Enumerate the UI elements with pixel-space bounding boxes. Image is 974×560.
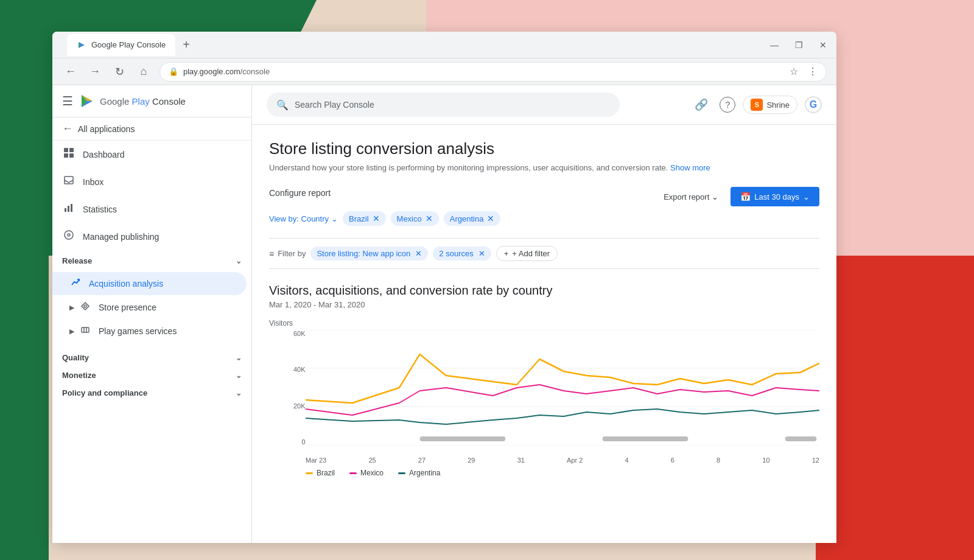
view-by-chevron-icon: ⌄ — [331, 214, 338, 223]
back-arrow-icon: ← — [62, 122, 73, 135]
new-tab-button[interactable]: + — [178, 37, 195, 54]
export-report-button[interactable]: Export report ⌄ — [659, 189, 723, 205]
sidebar-header: ☰ Google Play Console — [52, 85, 251, 117]
more-icon[interactable]: ⋮ — [808, 66, 818, 77]
show-more-link[interactable]: Show more — [670, 163, 710, 172]
add-filter-button[interactable]: + + Add filter — [496, 246, 558, 261]
search-placeholder: Search Play Console — [295, 100, 374, 110]
statistics-label: Statistics — [83, 205, 117, 214]
store-presence-icon — [79, 301, 91, 313]
link-button[interactable]: 🔗 — [690, 94, 712, 116]
back-to-all-apps-button[interactable]: ← All applications — [52, 117, 251, 141]
svg-rect-5 — [64, 148, 68, 152]
shrine-icon: S — [751, 99, 763, 111]
managed-publishing-label: Managed publishing — [83, 232, 159, 242]
monetize-label: Monetize — [62, 371, 96, 380]
store-listing-remove-icon[interactable]: ✕ — [415, 249, 422, 258]
back-nav-button[interactable]: ← — [62, 63, 79, 80]
x-tick-27: 27 — [418, 457, 426, 464]
managed-publishing-icon — [62, 229, 75, 243]
visitors-label: Visitors — [269, 319, 293, 327]
sources-remove-icon[interactable]: ✕ — [478, 249, 485, 258]
page-subtitle: Understand how your store listing is per… — [269, 163, 819, 172]
svg-rect-26 — [785, 436, 817, 441]
x-tick-12: 12 — [812, 457, 819, 464]
search-box[interactable]: 🔍 Search Play Console — [267, 93, 620, 117]
hamburger-icon[interactable]: ☰ — [62, 94, 73, 108]
home-button[interactable]: ⌂ — [135, 63, 152, 80]
argentina-chip[interactable]: Argentina ✕ — [444, 211, 501, 226]
mexico-chip[interactable]: Mexico ✕ — [391, 211, 439, 226]
maximize-button[interactable]: ❐ — [793, 39, 805, 51]
svg-rect-8 — [69, 153, 74, 158]
sidebar-item-dashboard[interactable]: Dashboard — [52, 141, 247, 167]
google-account-button[interactable]: G — [805, 96, 822, 113]
brazil-label: Brazil — [349, 214, 369, 223]
address-text: play.google.com/console — [183, 67, 270, 76]
reload-button[interactable]: ↻ — [111, 63, 128, 80]
bg-red-right — [816, 256, 974, 560]
configure-actions: Configure report Export report ⌄ 📅 Last … — [269, 187, 819, 206]
sources-filter-chip[interactable]: 2 sources ✕ — [433, 247, 491, 261]
brazil-remove-icon[interactable]: ✕ — [373, 214, 380, 223]
play-games-label: Play games services — [99, 326, 177, 336]
shrine-badge[interactable]: S Shrine — [743, 96, 797, 114]
browser-tab[interactable]: Google Play Console — [67, 34, 175, 56]
sidebar-item-statistics[interactable]: Statistics — [52, 196, 247, 222]
store-listing-filter-chip[interactable]: Store listing: New app icon ✕ — [310, 247, 428, 261]
release-expand-icon: ⌄ — [236, 257, 242, 265]
x-tick-25: 25 — [368, 457, 376, 464]
policy-section-header[interactable]: Policy and compliance ⌄ — [52, 382, 251, 400]
quality-label: Quality — [62, 353, 89, 362]
mexico-label: Mexico — [397, 214, 422, 223]
sidebar-item-acquisition-analysis[interactable]: Acquisition analysis — [52, 272, 247, 295]
monetize-section-header[interactable]: Monetize ⌄ — [52, 365, 251, 382]
svg-rect-12 — [71, 204, 72, 212]
legend-argentina: Argentina — [398, 469, 440, 477]
view-by-button[interactable]: View by: Country ⌄ — [269, 214, 338, 223]
sidebar-item-inbox[interactable]: Inbox — [52, 169, 247, 195]
chart-svg — [306, 330, 819, 446]
tab-favicon — [77, 40, 86, 50]
mexico-remove-icon[interactable]: ✕ — [426, 214, 433, 223]
close-button[interactable]: ✕ — [817, 39, 829, 51]
acquisition-analysis-label: Acquisition analysis — [89, 279, 163, 289]
mexico-legend-label: Mexico — [360, 469, 384, 477]
sidebar-item-managed-publishing[interactable]: Managed publishing — [52, 223, 247, 250]
date-chevron-icon: ⌄ — [803, 192, 810, 201]
minimize-button[interactable]: — — [768, 39, 780, 51]
app-layout: ☰ Google Play Console ← All applications — [52, 85, 836, 543]
svg-rect-10 — [65, 208, 66, 212]
x-tick-31: 31 — [517, 457, 525, 464]
window-controls: — ❐ ✕ — [768, 39, 829, 51]
x-tick-mar23: Mar 23 — [306, 457, 326, 464]
configure-title: Configure report — [269, 188, 331, 198]
quality-section-header[interactable]: Quality ⌄ — [52, 347, 251, 365]
sidebar-item-store-presence[interactable]: ▶ Store presence — [52, 296, 247, 319]
help-button[interactable]: ? — [720, 97, 735, 113]
store-presence-expand-icon: ▶ — [69, 304, 74, 312]
page-content: Store listing conversion analysis Unders… — [252, 125, 836, 504]
svg-rect-7 — [64, 153, 68, 158]
monetize-expand-icon: ⌄ — [236, 371, 242, 380]
argentina-remove-icon[interactable]: ✕ — [487, 214, 494, 223]
tab-title: Google Play Console — [91, 40, 166, 49]
sidebar-item-play-games-services[interactable]: ▶ Play games services — [52, 320, 247, 343]
date-range-button[interactable]: 📅 Last 30 days ⌄ — [730, 187, 819, 206]
chart-svg-area — [306, 330, 819, 446]
release-label: Release — [62, 256, 92, 265]
svg-rect-24 — [420, 436, 506, 441]
forward-nav-button[interactable]: → — [86, 63, 103, 80]
svg-rect-17 — [82, 327, 89, 332]
chart-date-range: Mar 1, 2020 - Mar 31, 2020 — [269, 300, 819, 309]
brazil-chip[interactable]: Brazil ✕ — [343, 211, 386, 226]
x-tick-4: 4 — [625, 457, 628, 464]
bookmark-icon[interactable]: ☆ — [790, 66, 798, 77]
svg-rect-6 — [69, 148, 74, 152]
y-tick-20k: 20K — [293, 402, 306, 410]
release-section-header[interactable]: Release ⌄ — [52, 250, 251, 268]
y-tick-0: 0 — [301, 438, 305, 446]
browser-addressbar: ← → ↻ ⌂ 🔒 play.google.com/console ☆ ⋮ — [52, 58, 836, 85]
address-bar[interactable]: 🔒 play.google.com/console ☆ ⋮ — [159, 62, 827, 82]
chart-x-axis: Mar 23 25 27 29 31 Apr 2 4 6 8 10 12 — [306, 457, 819, 464]
